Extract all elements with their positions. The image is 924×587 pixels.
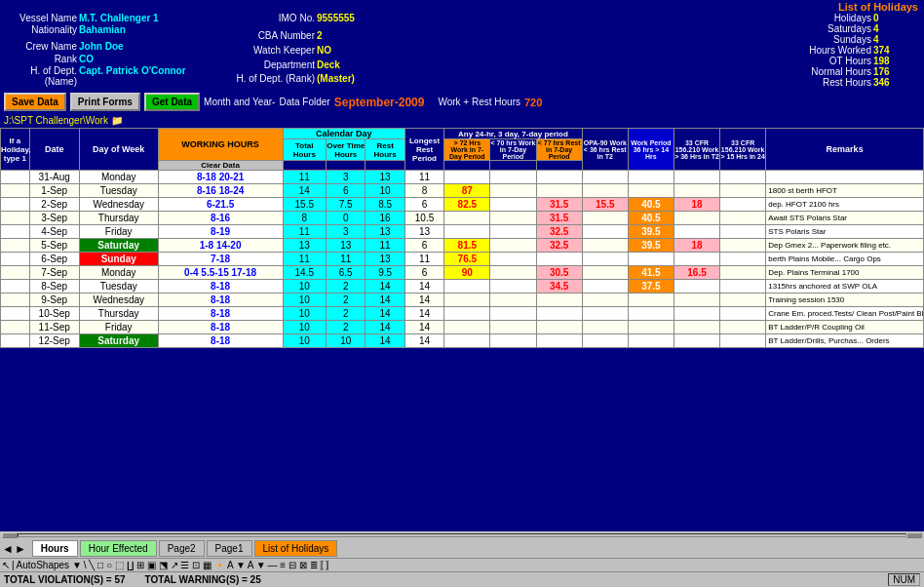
- data-cell[interactable]: 5-Sep: [29, 239, 79, 253]
- data-cell[interactable]: [1, 334, 30, 348]
- data-cell[interactable]: [1, 239, 30, 253]
- data-cell[interactable]: Saturday: [79, 334, 158, 348]
- data-cell[interactable]: [1, 266, 30, 280]
- data-cell[interactable]: 8-18: [158, 321, 283, 334]
- data-cell: [720, 171, 766, 184]
- data-cell[interactable]: Tuesday: [79, 184, 158, 198]
- data-cell[interactable]: [1, 307, 30, 321]
- data-cell: [628, 334, 674, 348]
- data-cell[interactable]: 1-8 14-20: [158, 239, 283, 253]
- data-cell: [628, 184, 674, 198]
- data-cell[interactable]: 8-16: [158, 212, 283, 225]
- remarks-cell: 1800 st berth HFOT: [766, 184, 924, 198]
- data-cell: [444, 307, 490, 321]
- data-cell: [444, 294, 490, 307]
- data-cell: [536, 184, 582, 198]
- table-row: 31-AugMonday8-18 20-211131311: [1, 171, 924, 184]
- data-cell[interactable]: 6-21.5: [158, 198, 283, 212]
- data-cell[interactable]: 31-Aug: [29, 171, 79, 184]
- tab-hours[interactable]: Hours: [32, 540, 78, 557]
- data-cell[interactable]: Thursday: [79, 212, 158, 225]
- data-cell[interactable]: [1, 253, 30, 266]
- rest-hours-value: 346: [873, 77, 912, 88]
- arrow-tool[interactable]: ↖: [2, 560, 10, 570]
- data-cell[interactable]: 8-16 18-24: [158, 184, 283, 198]
- data-cell[interactable]: Friday: [79, 321, 158, 334]
- sundays-label: Sundays: [774, 34, 871, 45]
- remarks-cell: Training session 1530: [766, 294, 924, 307]
- data-cell[interactable]: Sunday: [79, 253, 158, 266]
- data-cell: [720, 239, 766, 253]
- save-data-button[interactable]: Save Data: [4, 93, 66, 111]
- data-cell[interactable]: 8-18: [158, 294, 283, 307]
- data-cell: [490, 280, 536, 294]
- data-cell: [674, 225, 719, 239]
- data-cell[interactable]: Wednesday: [79, 294, 158, 307]
- data-cell[interactable]: 1-Sep: [29, 184, 79, 198]
- data-cell[interactable]: [1, 212, 30, 225]
- data-cell: 6: [404, 266, 443, 280]
- get-data-button[interactable]: Get Data: [144, 93, 200, 111]
- data-cell[interactable]: Tuesday: [79, 280, 158, 294]
- data-cell[interactable]: Monday: [79, 266, 158, 280]
- print-forms-button[interactable]: Print Forms: [70, 93, 140, 111]
- tab-hour-effected[interactable]: Hour Effected: [80, 540, 157, 557]
- data-cell[interactable]: 9-Sep: [29, 294, 79, 307]
- data-cell: 13: [366, 171, 404, 184]
- tab-page2[interactable]: Page2: [159, 540, 205, 557]
- table-row: 8-SepTuesday8-18102141434.537.51315hrs a…: [1, 280, 924, 294]
- data-cell[interactable]: Wednesday: [79, 198, 158, 212]
- any-period-header: Any 24-hr, 3 day, 7-day period: [444, 129, 582, 139]
- data-cell[interactable]: [1, 321, 30, 334]
- data-cell: 14: [366, 280, 404, 294]
- data-cell: [490, 253, 536, 266]
- data-cell[interactable]: Saturday: [79, 239, 158, 253]
- data-cell[interactable]: 8-18: [158, 280, 283, 294]
- calendar-day-header: Calendar Day: [283, 129, 404, 139]
- data-cell: [444, 212, 490, 225]
- data-cell: [582, 212, 628, 225]
- data-cell: 6: [327, 184, 366, 198]
- data-cell: 76.5: [444, 253, 490, 266]
- data-cell[interactable]: 8-19: [158, 225, 283, 239]
- table-row: 4-SepFriday8-19113131332.539.5STS Polari…: [1, 225, 924, 239]
- data-cell[interactable]: 4-Sep: [29, 225, 79, 239]
- data-cell[interactable]: 3-Sep: [29, 212, 79, 225]
- data-cell[interactable]: 7-Sep: [29, 266, 79, 280]
- data-cell: [674, 321, 719, 334]
- imo-label: IMO No.: [232, 13, 315, 27]
- data-cell: 10: [283, 307, 326, 321]
- clear-data-btn[interactable]: Clear Data: [158, 161, 283, 171]
- data-cell[interactable]: [1, 225, 30, 239]
- data-cell: [582, 225, 628, 239]
- data-cell[interactable]: 8-18: [158, 307, 283, 321]
- tab-page1[interactable]: Page1: [207, 540, 252, 557]
- data-cell[interactable]: [1, 171, 30, 184]
- data-cell[interactable]: [1, 294, 30, 307]
- data-cell[interactable]: [1, 280, 30, 294]
- data-cell: [674, 171, 719, 184]
- data-cell: 30.5: [536, 266, 582, 280]
- data-cell[interactable]: 11-Sep: [29, 321, 79, 334]
- data-cell[interactable]: 10-Sep: [29, 307, 79, 321]
- data-cell[interactable]: 7-18: [158, 253, 283, 266]
- data-cell[interactable]: 8-18 20-21: [158, 171, 283, 184]
- data-cell[interactable]: Thursday: [79, 307, 158, 321]
- data-cell: [490, 239, 536, 253]
- data-cell[interactable]: 12-Sep: [29, 334, 79, 348]
- data-cell[interactable]: [1, 198, 30, 212]
- data-cell[interactable]: 2-Sep: [29, 198, 79, 212]
- data-cell: [582, 239, 628, 253]
- data-cell: 14: [404, 280, 443, 294]
- data-cell: [582, 184, 628, 198]
- data-cell[interactable]: Monday: [79, 171, 158, 184]
- data-cell[interactable]: [1, 184, 30, 198]
- data-cell[interactable]: 0-4 5.5-15 17-18: [158, 266, 283, 280]
- data-cell[interactable]: Friday: [79, 225, 158, 239]
- data-cell[interactable]: 6-Sep: [29, 253, 79, 266]
- data-cell: [628, 253, 674, 266]
- data-cell[interactable]: 8-Sep: [29, 280, 79, 294]
- data-cell[interactable]: 8-18: [158, 334, 283, 348]
- tab-list-holidays[interactable]: List of Holidays: [254, 540, 338, 557]
- saturdays-label: Saturdays: [774, 23, 871, 34]
